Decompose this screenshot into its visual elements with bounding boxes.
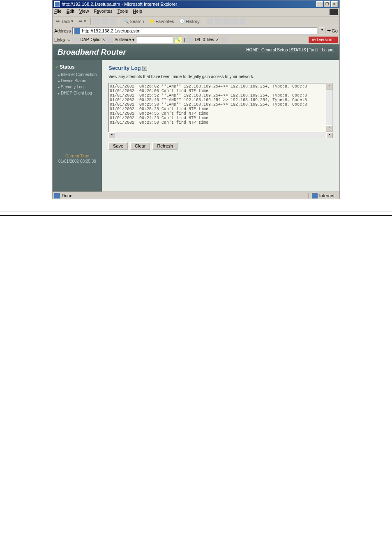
nav-status[interactable]: STATUS (291, 48, 306, 52)
menu-help[interactable]: Help (133, 9, 142, 15)
vertical-scrollbar[interactable]: ▴ ▾ (326, 83, 332, 132)
sidebar-item-device[interactable]: Device Status (55, 78, 99, 84)
save-button[interactable]: Save (108, 142, 128, 150)
links-bar: Links » DAP Options Software ▾ 🔍 | D/L 0… (53, 35, 339, 44)
forward-button[interactable]: ➡ ▾ (77, 18, 88, 25)
tool-icon[interactable] (221, 37, 227, 43)
page-icon (74, 28, 80, 34)
address-input[interactable]: http://192.168.2.1/setupa.stm (72, 27, 317, 35)
toolbar: ⬅Back ▾ ➡ ▾ 🔍Search ⭐Favorites 🕓History (53, 16, 339, 26)
horizontal-scrollbar[interactable]: ◂ ▸ (108, 132, 333, 138)
minimize-button[interactable]: _ (316, 1, 323, 7)
router-page: Broadband Router HOME | General Setup | … (53, 44, 339, 192)
refresh-button[interactable]: Refresh (152, 142, 178, 150)
options-link[interactable]: Options (90, 37, 104, 42)
back-button[interactable]: ⬅Back ▾ (54, 18, 75, 25)
separator-lines (0, 212, 392, 216)
sidebar-header: ✓ Status (55, 64, 99, 70)
address-url: http://192.168.2.1/setupa.stm (82, 28, 140, 33)
router-nav: HOME | General Setup | STATUS | Tool | ●… (246, 48, 334, 52)
ie-icon (54, 1, 60, 7)
menu-file[interactable]: File (54, 9, 62, 15)
router-title: Broadband Router (58, 48, 126, 57)
go-button[interactable]: ➡Go (327, 28, 338, 33)
software-dropdown[interactable]: ▾ (132, 37, 134, 42)
h-scroll-track[interactable] (115, 132, 326, 138)
router-header: Broadband Router HOME | General Setup | … (53, 44, 339, 60)
files-count: 0 (203, 37, 205, 42)
dap-search-button[interactable]: 🔍 (175, 37, 182, 43)
menu-favorites[interactable]: Favorites (94, 9, 112, 15)
button-row: Save Clear Refresh (108, 142, 333, 150)
dl-label[interactable]: D/L (195, 37, 201, 42)
menu-edit[interactable]: Edit (67, 9, 74, 15)
dap-icon[interactable] (72, 37, 79, 43)
status-internet: Internet (319, 193, 334, 198)
print-icon[interactable] (215, 18, 221, 25)
window-title: http://192.168.2.1/setupa.stm - Microsof… (62, 2, 177, 7)
edit-icon[interactable] (223, 18, 230, 25)
content-title: Security Log ? (108, 65, 333, 71)
status-bar: Done Internet (53, 192, 339, 199)
files-label: files (207, 37, 214, 42)
favorites-button[interactable]: ⭐Favorites (147, 18, 175, 25)
dl-separator: | (184, 37, 185, 42)
status-zone: Internet (308, 193, 338, 199)
current-time-value: 01/01/2002 00:25:30 (55, 159, 99, 164)
check-icon: ✓ (55, 65, 58, 69)
mail-icon[interactable] (207, 18, 213, 25)
home-icon[interactable] (110, 18, 116, 25)
sidebar-title: Status (60, 64, 75, 70)
scroll-right-button[interactable]: ▸ (326, 132, 333, 138)
internet-zone-icon (312, 193, 318, 199)
checkmark-icon[interactable]: ✓ (216, 37, 219, 42)
clear-button[interactable]: Clear (130, 142, 150, 150)
nav-logout[interactable]: Logout (322, 48, 334, 52)
log-content: 01/01/2002 00:26:02 **LAND** 192.168.169… (110, 84, 307, 125)
address-dropdown[interactable]: ▾ (319, 28, 325, 34)
stop-icon[interactable] (93, 18, 100, 25)
help-icon[interactable]: ? (142, 66, 147, 71)
sidebar: ✓ Status Internet Connection Device Stat… (53, 60, 102, 192)
dap-search-input[interactable] (136, 37, 173, 43)
links-dropdown[interactable]: » (67, 37, 70, 42)
sidebar-item-dhcp[interactable]: DHCP Client Log (55, 90, 99, 96)
close-button[interactable]: ✕ (331, 1, 338, 7)
security-log-textarea[interactable]: 01/01/2002 00:26:02 **LAND** 192.168.169… (108, 83, 333, 132)
menu-view[interactable]: View (79, 9, 89, 15)
nav-tool[interactable]: Tool (309, 48, 316, 52)
content-description: View any attempts that have been made to… (108, 74, 333, 79)
software-label[interactable]: Software (115, 37, 131, 42)
scroll-down-button[interactable]: ▾ (326, 125, 332, 132)
dl-icon (187, 37, 193, 43)
scroll-left-button[interactable]: ◂ (108, 132, 115, 138)
discuss-icon[interactable] (231, 18, 238, 25)
menu-bar: File Edit View Favorites Tools Help (53, 8, 339, 16)
refresh-icon[interactable] (101, 18, 108, 25)
sidebar-item-security[interactable]: Security Log (55, 84, 99, 90)
done-icon (54, 193, 60, 199)
sidebar-item-internet[interactable]: Internet Connection (55, 72, 99, 78)
logout-dot-icon: ● (319, 48, 321, 52)
status-done: Done (62, 193, 72, 198)
page-heading: Security Log (108, 65, 141, 71)
main-content: Security Log ? View any attempts that ha… (102, 60, 339, 192)
scroll-track[interactable] (326, 90, 332, 125)
address-bar: Address http://192.168.2.1/setupa.stm ▾ … (53, 26, 339, 35)
red-version-banner: red version ! (309, 37, 338, 43)
dap-label: DAP (81, 37, 89, 42)
restore-button[interactable]: ❐ (324, 1, 330, 7)
history-button[interactable]: 🕓History (178, 18, 201, 25)
search-button[interactable]: 🔍Search (122, 18, 146, 25)
nav-general[interactable]: General Setup (261, 48, 288, 52)
software-icon (106, 37, 113, 43)
title-bar: http://192.168.2.1/setupa.stm - Microsof… (53, 0, 339, 8)
current-time-box: Current Time 01/01/2002 00:25:30 (55, 154, 99, 164)
current-time-label: Current Time (55, 154, 99, 158)
scroll-up-button[interactable]: ▴ (326, 83, 332, 90)
links-label: Links (54, 37, 65, 42)
ie-logo-icon (330, 9, 338, 15)
messenger-icon[interactable] (240, 18, 246, 25)
nav-home[interactable]: HOME (246, 48, 258, 52)
menu-tools[interactable]: Tools (118, 9, 128, 15)
